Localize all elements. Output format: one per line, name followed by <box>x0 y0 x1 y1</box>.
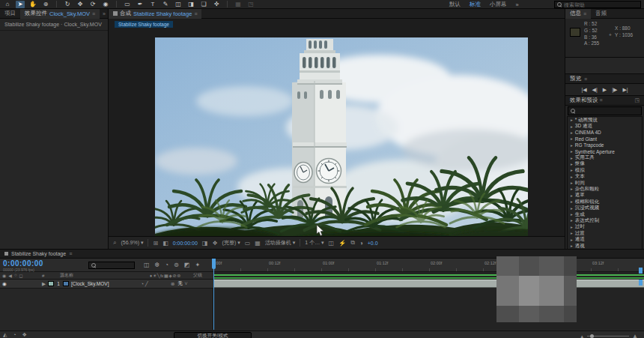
eye-icon[interactable]: ◉ <box>0 281 6 287</box>
time-ruler[interactable]: :00f00:12f01:00f01:12f02:00f02:12f03:00f… <box>213 259 644 272</box>
expand-arrow-icon[interactable]: ▸ <box>571 187 573 191</box>
work-area-end-marker[interactable] <box>639 268 643 274</box>
expand-arrow-icon[interactable]: ▸ <box>571 212 573 217</box>
help-search-box[interactable] <box>554 1 641 8</box>
expand-arrow-icon[interactable]: ▸ <box>571 193 573 198</box>
tab-info[interactable]: 信息 ≡ <box>565 9 591 19</box>
expand-arrow-icon[interactable]: ▸ <box>571 199 573 204</box>
previous-frame-button[interactable]: ◀| <box>592 87 598 93</box>
effects-category-list[interactable]: ◪ ▸ * 动画预设 ▸ 3D 通道 ▸ CINEMA 4D ▸ <box>567 116 643 266</box>
expand-arrow-icon[interactable]: ▸ <box>571 181 573 185</box>
last-frame-button[interactable]: ▶| <box>622 87 628 93</box>
play-button[interactable]: ▶ <box>603 87 607 93</box>
effects-category-row[interactable]: ▸ RG Trapcode <box>568 142 642 148</box>
expand-arrow-icon[interactable]: ▸ <box>571 162 573 166</box>
expand-arrow-icon[interactable]: ▸ <box>571 130 573 135</box>
panel-menu-icon[interactable]: ≡ <box>583 11 586 16</box>
expand-arrow-icon[interactable]: ▸ <box>571 136 573 141</box>
viewer-timecode[interactable]: 0:00:00:00 <box>173 241 198 246</box>
current-time-field[interactable]: 0:00:00:00 <box>3 259 43 268</box>
graph-editor-icon[interactable]: ✦ <box>195 262 200 268</box>
preview-panel-header[interactable]: 预览 ≡ <box>565 74 644 84</box>
panel-menu-icon[interactable]: ≡ <box>92 11 95 16</box>
timeline-footer-icons[interactable]: ◭ ◔ ❖ <box>0 332 29 338</box>
panel-options-icon[interactable]: ◳ <box>634 97 640 103</box>
composition-viewer[interactable]: Stabilize Shaky footage <box>109 19 565 236</box>
layer-duration-bar[interactable] <box>213 280 644 288</box>
toggle-mask-icon[interactable]: ◧ <box>162 240 168 247</box>
brush-tool[interactable]: ✎ <box>161 1 170 8</box>
draft-3d-icon[interactable]: ❆ <box>155 262 160 268</box>
expand-arrow-icon[interactable]: ▸ <box>571 225 573 229</box>
effects-search-box[interactable] <box>568 106 642 115</box>
tab-effect-controls[interactable]: 效果控件 Clock_Sky.MOV ≡ <box>20 9 100 19</box>
tab-composition[interactable]: 合成 Stabilize Shaky footage ≡ <box>109 9 201 19</box>
effects-category-row[interactable]: ▸ 3D 通道 <box>568 123 642 129</box>
timeline-search-box[interactable] <box>88 262 135 269</box>
parent-column-header[interactable]: 父级 <box>193 272 202 279</box>
expand-arrow-icon[interactable]: ▸ <box>571 244 573 248</box>
zoom-slider-track[interactable] <box>587 336 629 337</box>
snapshot-icon[interactable]: ◨ <box>202 240 208 247</box>
pen-tool[interactable]: ✒ <box>136 1 145 8</box>
effects-category-row[interactable]: ▸ Red Giant <box>568 136 642 142</box>
magnification-popup[interactable]: (56.9%) ▾ <box>121 240 143 246</box>
panel-menu-icon[interactable]: ≡ <box>584 76 587 82</box>
expand-arrow-icon[interactable]: ▸ <box>571 231 573 235</box>
expand-arrow-icon[interactable]: ▸ <box>571 156 573 160</box>
expand-arrow-icon[interactable]: ▸ <box>571 218 573 223</box>
hand-tool[interactable]: ✋ <box>28 1 37 8</box>
layer-quality-switches[interactable]: ◔ ╱ <box>141 281 171 287</box>
toggle-switches-modes-button[interactable]: 切换开关/模式 <box>174 332 252 338</box>
roto-brush-tool[interactable]: ❏ <box>199 1 208 8</box>
roi-icon[interactable]: ▭ <box>245 240 251 247</box>
comp-end-marker[interactable] <box>639 280 643 286</box>
rotation-tool[interactable]: ⟳ <box>88 1 97 8</box>
expand-arrow-icon[interactable]: ▸ <box>571 175 573 179</box>
panel-menu-icon[interactable]: ≡ <box>600 97 603 103</box>
panel-menu-icon[interactable]: ≡ <box>194 11 197 16</box>
expand-arrow-icon[interactable]: ▸ <box>571 124 573 129</box>
source-name-column-header[interactable]: 源名称 <box>60 272 150 279</box>
frame-blending-icon[interactable]: ⊚ <box>174 262 179 268</box>
current-time-indicator-line[interactable] <box>213 259 214 330</box>
puppet-pin-tool[interactable]: ✜ <box>212 1 221 8</box>
panel-menu-icon[interactable]: ≡ <box>69 251 72 256</box>
zoom-in-icon[interactable]: ▲ <box>632 333 638 338</box>
text-tool[interactable]: T <box>148 1 157 8</box>
choose-grid-icon[interactable]: ⊞ <box>153 240 158 247</box>
expand-arrow-icon[interactable]: ▸ <box>571 143 573 148</box>
tab-project[interactable]: 项目 <box>0 9 20 19</box>
magnify-icon[interactable]: ⌕ <box>113 239 116 247</box>
pixel-aspect-icon[interactable]: ◫ <box>329 240 335 247</box>
channels-icon[interactable]: ❖ <box>212 240 217 247</box>
orbit-camera-tool[interactable]: ↻ <box>63 1 72 8</box>
timeline-zoom-slider[interactable]: ▲ ▲ <box>580 333 638 338</box>
effects-category-row[interactable]: ▸ CINEMA 4D <box>568 130 642 136</box>
mini-flowchart-icon[interactable]: ◫ <box>144 262 150 268</box>
clone-stamp-tool[interactable]: ◫ <box>174 1 183 8</box>
next-frame-button[interactable]: |▶ <box>612 87 617 93</box>
reset-exposure-icon[interactable]: ◑ <box>359 240 363 247</box>
transparency-grid-icon[interactable]: ▦ <box>255 240 261 247</box>
camera-tool[interactable]: ◉ <box>101 1 110 8</box>
resolution-popup[interactable]: (完整) ▾ <box>222 239 240 247</box>
effects-presets-header[interactable]: 效果和预设 ≡ ◳ <box>565 96 644 106</box>
layer-color-chip[interactable] <box>48 281 54 286</box>
workspace-standard[interactable]: 标准 <box>470 1 481 8</box>
workspace-overflow-icon[interactable]: » <box>516 1 519 8</box>
workspace-small-screen[interactable]: 小屏幕 <box>490 1 507 8</box>
current-time-indicator-handle[interactable] <box>212 259 216 269</box>
mini-flowchart-icon[interactable]: ⧉ <box>350 239 355 247</box>
tab-overflow-icon[interactable]: » <box>103 11 108 16</box>
tab-audio[interactable]: 音频 <box>591 9 611 19</box>
exposure-value[interactable]: +0.0 <box>368 241 378 246</box>
camera-popup[interactable]: 活动摄像机 ▾ <box>265 239 295 247</box>
align-icon[interactable]: ◳ <box>246 1 255 8</box>
track-area[interactable] <box>213 272 644 330</box>
pan-behind-tool[interactable]: ✥ <box>76 1 85 8</box>
view-layout-popup[interactable]: 1 个… ▾ <box>305 239 323 247</box>
selection-tool[interactable]: ➤ <box>16 1 25 8</box>
layer-row[interactable]: ◉ ▶ 1 [Clock_Sky.MOV] ◔ ╱ ⊚ 无 ∨ <box>0 280 213 289</box>
zoom-tool[interactable]: ⊕ <box>41 1 50 8</box>
